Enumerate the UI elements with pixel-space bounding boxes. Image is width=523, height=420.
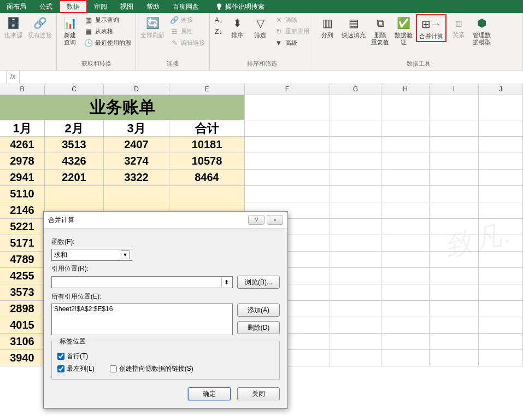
cell[interactable] bbox=[330, 137, 381, 153]
collapse-dialog-icon[interactable]: ⬍ bbox=[221, 277, 231, 287]
cell[interactable] bbox=[381, 186, 430, 202]
cell[interactable] bbox=[430, 186, 479, 202]
col-header[interactable]: E bbox=[169, 84, 245, 95]
name-box[interactable] bbox=[0, 71, 7, 84]
data-cell[interactable]: 4255 bbox=[0, 268, 45, 284]
cell[interactable] bbox=[245, 137, 330, 153]
cell[interactable] bbox=[381, 350, 430, 366]
col-header[interactable]: J bbox=[479, 84, 523, 95]
header-cell[interactable]: 2月 bbox=[45, 120, 104, 137]
cell[interactable] bbox=[330, 153, 381, 170]
cell[interactable] bbox=[479, 95, 523, 120]
data-cell[interactable]: 2941 bbox=[0, 170, 45, 186]
properties-button[interactable]: ☰属性 bbox=[168, 26, 207, 37]
from-table-button[interactable]: ▦从表格 bbox=[82, 26, 133, 37]
text-to-columns-button[interactable]: ▥分列 bbox=[316, 14, 338, 40]
formula-input[interactable] bbox=[20, 73, 523, 81]
cell[interactable] bbox=[245, 120, 330, 137]
cell[interactable] bbox=[381, 252, 430, 268]
cell[interactable] bbox=[330, 202, 381, 219]
remove-duplicates-button[interactable]: ⧉删除 重复值 bbox=[369, 14, 391, 47]
cell[interactable] bbox=[330, 120, 381, 137]
data-cell[interactable]: 3106 bbox=[0, 334, 45, 350]
data-model-button[interactable]: ⬢管理数 据模型 bbox=[471, 14, 493, 47]
relationships-button[interactable]: ⧈关系 bbox=[448, 14, 469, 40]
sort-asc-button[interactable]: A↓ bbox=[212, 14, 225, 25]
cell[interactable] bbox=[381, 268, 430, 284]
tab-review[interactable]: 审阅 bbox=[87, 0, 114, 13]
tab-data[interactable]: 数据 bbox=[59, 0, 87, 13]
title-cell[interactable]: 业务账单 bbox=[0, 95, 245, 120]
cell[interactable] bbox=[330, 219, 381, 235]
tab-formulas[interactable]: 公式 bbox=[33, 0, 59, 13]
cell[interactable] bbox=[430, 301, 479, 317]
cell[interactable] bbox=[479, 301, 523, 317]
cell[interactable] bbox=[330, 186, 381, 202]
sort-button[interactable]: ⬍ 排序 bbox=[226, 14, 248, 40]
cell[interactable] bbox=[430, 317, 479, 334]
data-cell[interactable]: 2978 bbox=[0, 153, 45, 170]
cell[interactable] bbox=[330, 95, 381, 120]
cell[interactable] bbox=[430, 284, 479, 301]
data-cell[interactable]: 5110 bbox=[0, 186, 45, 202]
all-references-list[interactable]: Sheet2!$A$2:$E$16 bbox=[51, 304, 233, 335]
col-header[interactable]: I bbox=[430, 84, 479, 95]
cell[interactable] bbox=[479, 153, 523, 170]
data-cell[interactable]: 2407 bbox=[104, 137, 169, 153]
cell[interactable] bbox=[330, 268, 381, 284]
filter-button[interactable]: ▽ 筛选 bbox=[249, 14, 271, 40]
cell[interactable] bbox=[330, 284, 381, 301]
cell[interactable] bbox=[330, 334, 381, 350]
header-cell[interactable]: 3月 bbox=[104, 120, 169, 137]
data-cell[interactable]: 3940 bbox=[0, 350, 45, 366]
cell[interactable] bbox=[430, 235, 479, 252]
data-cell[interactable]: 3513 bbox=[45, 137, 104, 153]
cell[interactable] bbox=[245, 170, 330, 186]
data-cell[interactable] bbox=[169, 186, 245, 202]
cell[interactable] bbox=[479, 170, 523, 186]
cell[interactable] bbox=[479, 284, 523, 301]
cell[interactable] bbox=[430, 252, 479, 268]
data-cell[interactable]: 5221 bbox=[0, 219, 45, 235]
flash-fill-button[interactable]: ▤快速填充 bbox=[339, 14, 368, 40]
cell[interactable] bbox=[430, 334, 479, 350]
add-button[interactable]: 添加(A) bbox=[237, 304, 280, 317]
tab-help[interactable]: 帮助 bbox=[140, 0, 166, 13]
cell[interactable] bbox=[479, 235, 523, 252]
left-col-checkbox[interactable]: 最左列(L) bbox=[57, 364, 95, 374]
cell[interactable] bbox=[330, 235, 381, 252]
cell[interactable] bbox=[430, 268, 479, 284]
advanced-filter-button[interactable]: ▼高级 bbox=[272, 37, 312, 48]
data-cell[interactable]: 10181 bbox=[169, 137, 245, 153]
data-cell[interactable] bbox=[104, 186, 169, 202]
reapply-button[interactable]: ↻重新应用 bbox=[272, 26, 312, 37]
cell[interactable] bbox=[479, 350, 523, 366]
list-item[interactable]: Sheet2!$A$2:$E$16 bbox=[54, 305, 230, 313]
cell[interactable] bbox=[479, 252, 523, 268]
col-header[interactable]: H bbox=[381, 84, 430, 95]
show-queries-button[interactable]: ▦显示查询 bbox=[82, 14, 133, 25]
tab-page-layout[interactable]: 面布局 bbox=[0, 0, 33, 13]
new-query-button[interactable]: 📊 新建 查询 bbox=[59, 14, 81, 47]
cell[interactable] bbox=[330, 170, 381, 186]
data-cell[interactable]: 4326 bbox=[45, 153, 104, 170]
cell[interactable] bbox=[430, 350, 479, 366]
cancel-button[interactable]: 关闭 bbox=[237, 387, 280, 400]
cell[interactable] bbox=[479, 268, 523, 284]
top-row-checkbox[interactable]: 首行(T) bbox=[57, 352, 88, 361]
cell[interactable] bbox=[381, 153, 430, 170]
edit-links-button[interactable]: ✎编辑链接 bbox=[168, 37, 207, 48]
create-links-checkbox[interactable]: 创建指向源数据的链接(S) bbox=[110, 364, 193, 374]
data-cell[interactable]: 2201 bbox=[45, 170, 104, 186]
cell[interactable] bbox=[381, 301, 430, 317]
cell[interactable] bbox=[381, 202, 430, 219]
data-cell[interactable]: 3274 bbox=[104, 153, 169, 170]
data-cell[interactable]: 3322 bbox=[104, 170, 169, 186]
cell[interactable] bbox=[381, 235, 430, 252]
cell[interactable] bbox=[245, 186, 330, 202]
refresh-all-button[interactable]: 🔄 全部刷新 bbox=[138, 14, 167, 40]
dialog-help-button[interactable]: ? bbox=[248, 215, 265, 225]
cell[interactable] bbox=[381, 120, 430, 137]
data-cell[interactable] bbox=[45, 186, 104, 202]
header-cell[interactable]: 1月 bbox=[0, 120, 45, 137]
